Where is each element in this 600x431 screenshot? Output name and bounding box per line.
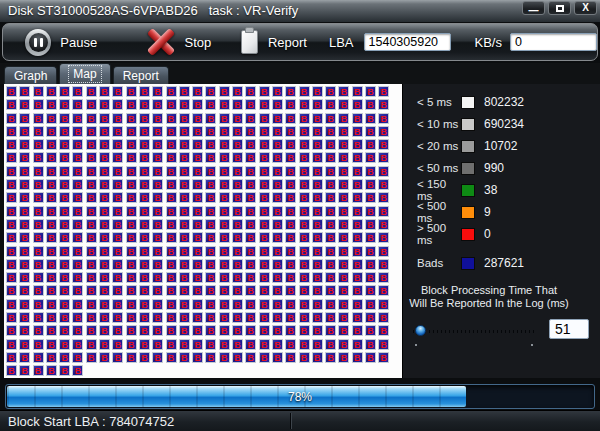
map-block: B	[259, 285, 270, 296]
slider-thumb[interactable]	[415, 325, 426, 336]
tab-map[interactable]: Map	[59, 63, 110, 84]
map-block: B	[325, 272, 336, 283]
map-block: B	[285, 166, 296, 177]
map-block: B	[285, 113, 296, 124]
map-block: B	[272, 192, 283, 203]
map-block: B	[259, 179, 270, 190]
map-block: B	[312, 352, 323, 363]
window-controls: — X	[522, 1, 597, 15]
map-block: B	[365, 179, 376, 190]
kbs-input[interactable]	[510, 33, 597, 51]
map-block: B	[272, 339, 283, 350]
slider-track[interactable]	[413, 330, 537, 333]
legend-row: < 50 ms990	[403, 157, 600, 179]
map-block: B	[152, 312, 163, 323]
map-block: B	[259, 99, 270, 110]
map-block: B	[338, 352, 349, 363]
status-text: Block Start LBA : 784074752	[8, 411, 174, 431]
legend-count: 10702	[484, 139, 517, 153]
map-block: B	[59, 365, 70, 376]
block-map-grid: BBBBBBBBBBBBBBBBBBBBBBBBBBBBBBBBBBBBBBBB…	[4, 84, 402, 378]
map-block: B	[99, 152, 110, 163]
status-divider	[290, 413, 292, 429]
map-block: B	[86, 99, 97, 110]
map-block: B	[219, 179, 230, 190]
map-block: B	[86, 246, 97, 257]
map-block: B	[59, 272, 70, 283]
legend: < 5 ms802232< 10 ms690234< 20 ms10702< 5…	[403, 84, 600, 274]
map-block: B	[245, 86, 256, 97]
map-block: B	[192, 206, 203, 217]
map-block: B	[312, 152, 323, 163]
map-block: B	[86, 152, 97, 163]
map-block: B	[72, 339, 83, 350]
tab-graph[interactable]: Graph	[4, 66, 57, 84]
map-block: B	[166, 86, 177, 97]
map-block: B	[192, 259, 203, 270]
map-block: B	[112, 192, 123, 203]
map-block: B	[59, 299, 70, 310]
map-block: B	[86, 126, 97, 137]
map-block: B	[338, 299, 349, 310]
map-block: B	[19, 299, 30, 310]
map-block: B	[272, 113, 283, 124]
slider-caption-line1: Block Processing Time That	[403, 284, 575, 297]
map-block: B	[19, 325, 30, 336]
map-block: B	[272, 152, 283, 163]
map-block: B	[152, 339, 163, 350]
map-block: B	[245, 126, 256, 137]
map-block: B	[219, 325, 230, 336]
map-block: B	[139, 219, 150, 230]
slider-value-input[interactable]	[549, 319, 589, 339]
legend-swatch	[461, 257, 475, 270]
map-block: B	[219, 113, 230, 124]
map-block: B	[312, 339, 323, 350]
map-block: B	[126, 312, 137, 323]
map-block: B	[352, 152, 363, 163]
legend-count: 38	[484, 183, 497, 197]
map-block: B	[179, 126, 190, 137]
status-bar: Block Start LBA : 784074752	[0, 410, 600, 431]
map-block: B	[139, 285, 150, 296]
map-block: B	[179, 246, 190, 257]
map-block: B	[192, 166, 203, 177]
report-button[interactable]	[241, 30, 258, 54]
stop-button[interactable]	[147, 28, 174, 56]
map-block: B	[205, 206, 216, 217]
map-block: B	[166, 192, 177, 203]
map-block: B	[99, 232, 110, 243]
map-block: B	[378, 339, 389, 350]
map-block: B	[272, 259, 283, 270]
legend-label: < 500 ms	[417, 200, 461, 224]
minimize-button[interactable]: —	[522, 1, 545, 15]
map-block: B	[126, 299, 137, 310]
map-block: B	[285, 299, 296, 310]
map-block: B	[19, 246, 30, 257]
slider-tick-right	[531, 344, 533, 346]
close-button[interactable]: X	[574, 1, 597, 15]
map-block: B	[338, 272, 349, 283]
map-block: B	[205, 166, 216, 177]
map-block: B	[19, 192, 30, 203]
legend-swatch	[461, 228, 475, 241]
map-block: B	[245, 285, 256, 296]
map-block: B	[299, 246, 310, 257]
map-block: B	[166, 285, 177, 296]
map-block: B	[338, 219, 349, 230]
legend-count: 9	[484, 205, 491, 219]
map-block: B	[139, 86, 150, 97]
pause-button[interactable]	[25, 29, 51, 56]
lba-input[interactable]	[364, 33, 451, 51]
map-block: B	[245, 166, 256, 177]
map-block: B	[272, 99, 283, 110]
resize-grip[interactable]	[594, 425, 596, 427]
map-block: B	[232, 285, 243, 296]
map-block: B	[126, 219, 137, 230]
map-block: B	[325, 246, 336, 257]
legend-count: 802232	[484, 95, 524, 109]
map-block: B	[19, 232, 30, 243]
tab-report[interactable]: Report	[113, 66, 169, 84]
map-block: B	[46, 232, 57, 243]
maximize-button[interactable]	[548, 1, 571, 15]
map-block: B	[232, 113, 243, 124]
